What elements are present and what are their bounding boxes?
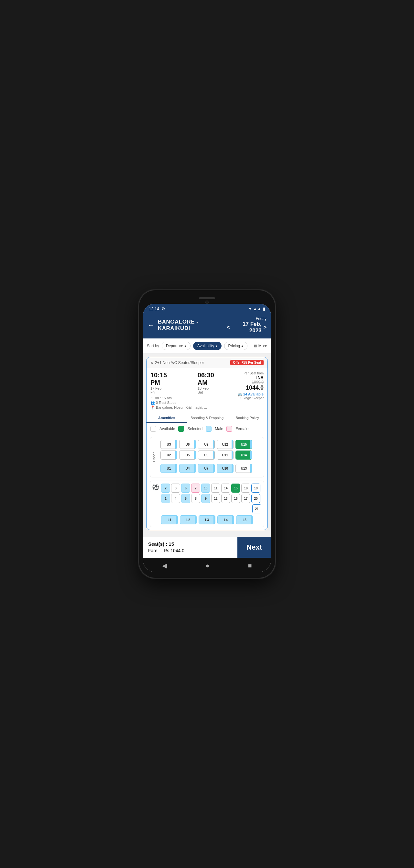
- battery-icon: ▮: [263, 306, 265, 311]
- rest-stops: 👥 0 Rest Stops: [150, 401, 226, 405]
- legend-male-label: Male: [215, 427, 223, 431]
- seat-14[interactable]: 14: [221, 484, 230, 493]
- price-currency: INR: [228, 375, 264, 380]
- bus-info-row: 10:15 PM 17 Feb Fri 06:30 AM 18 Feb Sat: [146, 368, 268, 413]
- phone-screen: 12:14 ⚙ ▾ ▲▲ ▮ ← BANGALORE - KARAIKUDI F…: [143, 304, 271, 572]
- status-left: 12:14 ⚙: [149, 306, 165, 311]
- sort-bar: Sort by Departure ▴ Availibility ▴ Prici…: [143, 338, 271, 354]
- seat-L2[interactable]: L2: [180, 515, 197, 524]
- next-button[interactable]: Next: [237, 537, 271, 558]
- seat-section: Upper U3 U6 U9 U12 U15 U2: [146, 434, 268, 530]
- top-notch: [143, 296, 271, 304]
- bus-details: ⏱ 08 : 15 hrs 👥 0 Rest Stops 📍 Bangalore…: [150, 396, 226, 410]
- seat-13[interactable]: 13: [221, 494, 230, 503]
- seat-U7[interactable]: U7: [198, 464, 215, 473]
- arrive-day: Sat: [198, 390, 226, 394]
- seat-21[interactable]: 21: [252, 504, 261, 513]
- seat-U1[interactable]: U1: [161, 464, 177, 473]
- seat-U11[interactable]: U11: [217, 451, 234, 460]
- seat-10[interactable]: 10: [201, 484, 210, 493]
- price-label: Per Seat from: [228, 371, 264, 375]
- seat-L5[interactable]: L5: [236, 515, 253, 524]
- seat-15[interactable]: 15: [231, 484, 240, 493]
- price-current: 1044.0: [228, 384, 264, 391]
- offer-badge: Offer ₹55 Per Seat: [230, 360, 264, 365]
- seat-19[interactable]: 19: [251, 484, 261, 493]
- seat-U12[interactable]: U12: [217, 440, 234, 449]
- speaker-bar: [199, 297, 215, 299]
- tab-boarding[interactable]: Boarding & Dropping: [187, 413, 228, 423]
- settings-icon: ⚙: [162, 306, 165, 311]
- filter-icon: ⊞: [254, 344, 257, 348]
- next-date-button[interactable]: >: [264, 324, 267, 330]
- seat-L1[interactable]: L1: [161, 515, 178, 524]
- arrive-block: 06:30 AM 18 Feb Sat: [198, 371, 226, 394]
- seat-6[interactable]: 6: [181, 484, 190, 493]
- nav-back[interactable]: ◀: [162, 562, 167, 569]
- signal-icon: ▲▲: [253, 306, 261, 311]
- lower-row-3: 21: [161, 504, 261, 513]
- bottom-bar: Seat(s) : 15 Fare : Rs 1044.0 Next: [143, 537, 271, 558]
- seat-9[interactable]: 9: [201, 494, 210, 503]
- sort-availability[interactable]: Availibility ▴: [193, 342, 221, 350]
- nav-square[interactable]: ■: [248, 562, 252, 569]
- seat-U10[interactable]: U10: [217, 464, 234, 473]
- seat-U6[interactable]: U6: [179, 440, 196, 449]
- upper-row-2: U2 U5 U8 U11 U14: [161, 451, 261, 460]
- sort-label: Sort by: [147, 344, 159, 348]
- seat-U14[interactable]: U14: [236, 451, 252, 460]
- legend-available-label: Available: [160, 427, 175, 431]
- seat-18[interactable]: 18: [241, 484, 250, 493]
- seat-legend: Available Selected Male Female: [146, 423, 268, 434]
- nav-home[interactable]: ●: [205, 562, 209, 569]
- seat-L3[interactable]: L3: [199, 515, 215, 524]
- seat-11[interactable]: 11: [211, 484, 220, 493]
- sort-more[interactable]: ⊞ More: [254, 344, 267, 348]
- seat-U3[interactable]: U3: [161, 440, 177, 449]
- amenities-tabs: Amenities Boarding & Dropping Booking Po…: [146, 413, 268, 423]
- seat-16[interactable]: 16: [231, 494, 240, 503]
- tab-booking[interactable]: Booking Policy: [227, 413, 268, 423]
- upper-row-front: U1 U4 U7 U10 U13: [161, 464, 261, 473]
- bus-card-header: ≋ 2+1 Non A/C Seater/Sleeper Offer ₹55 P…: [146, 357, 268, 368]
- legend-selected-box: [178, 426, 184, 432]
- seat-4[interactable]: 4: [171, 494, 180, 503]
- seat-U5[interactable]: U5: [179, 451, 196, 460]
- seat-U8[interactable]: U8: [198, 451, 215, 460]
- seat-12[interactable]: 12: [211, 494, 220, 503]
- seat-U9[interactable]: U9: [198, 440, 215, 449]
- tab-amenities[interactable]: Amenities: [146, 413, 187, 423]
- phone-frame: 12:14 ⚙ ▾ ▲▲ ▮ ← BANGALORE - KARAIKUDI F…: [139, 290, 275, 578]
- sort-departure[interactable]: Departure ▴: [162, 342, 191, 350]
- more-label: More: [258, 344, 267, 348]
- upper-row-1: U3 U6 U9 U12 U15: [161, 440, 261, 449]
- seat-U13[interactable]: U13: [236, 464, 252, 473]
- seat-7[interactable]: 7: [191, 484, 200, 493]
- seat-5[interactable]: 5: [181, 494, 190, 503]
- time: 12:14: [149, 306, 160, 311]
- seat-U15[interactable]: U15: [236, 440, 252, 449]
- seat-U2[interactable]: U2: [161, 451, 177, 460]
- legend-female-label: Female: [236, 427, 248, 431]
- header-date-section: Friday < 17 Feb, 2023 >: [227, 316, 267, 334]
- seat-17[interactable]: 17: [241, 494, 250, 503]
- back-button[interactable]: ←: [147, 321, 154, 330]
- nav-bar: ◀ ● ■: [143, 558, 271, 572]
- seat-U4[interactable]: U4: [179, 464, 196, 473]
- price-available: 🚌 24 Available: [228, 392, 264, 397]
- lower-row-1: 2 3 6 7 10 11 14 15 18 19: [161, 484, 261, 493]
- seat-1[interactable]: 1: [161, 494, 170, 503]
- seat-2[interactable]: 2: [161, 484, 170, 493]
- seat-20[interactable]: 20: [251, 494, 261, 503]
- seat-8[interactable]: 8: [191, 494, 200, 503]
- seat-L4[interactable]: L4: [217, 515, 234, 524]
- lower-section: ⚽ 2 3 6 7 10 11 14 15: [150, 480, 264, 527]
- route-stops: 📍 Bangalore, Hosur, Krishnagiri, ...: [150, 405, 226, 410]
- seat-3[interactable]: 3: [171, 484, 180, 493]
- prev-date-button[interactable]: <: [227, 324, 230, 330]
- depart-date: 17 Feb: [150, 386, 178, 390]
- sort-pricing[interactable]: Pricing ▴: [224, 342, 247, 350]
- date-day: Friday: [227, 316, 267, 321]
- status-right: ▾ ▲▲ ▮: [249, 306, 265, 311]
- price-original: 1099.0: [228, 380, 264, 384]
